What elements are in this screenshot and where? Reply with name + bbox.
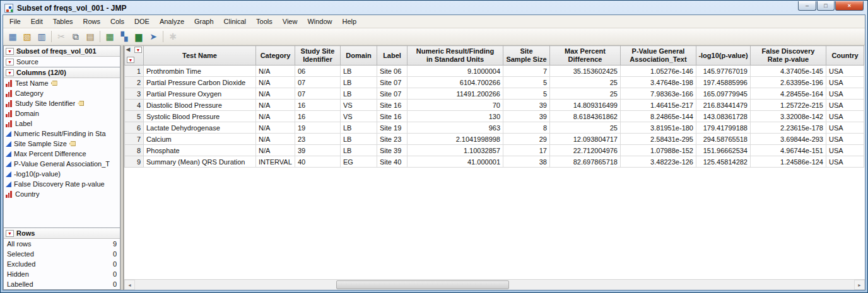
cell[interactable]: 145.97767019	[696, 66, 751, 77]
column-item-log10-p-value[interactable]: -log10(p-value)	[4, 169, 120, 179]
column-header-label[interactable]: Label	[377, 46, 408, 66]
cell[interactable]: 25	[550, 88, 621, 100]
column-header-domain[interactable]: Domain	[341, 46, 377, 66]
cell[interactable]: 16	[295, 111, 341, 122]
cell[interactable]: Site 40	[377, 156, 408, 168]
scrollbar-track[interactable]	[135, 280, 854, 290]
cell[interactable]: 125.45814282	[696, 156, 751, 168]
new-data-table-button[interactable]: ▦	[6, 30, 20, 43]
cell[interactable]: 3.48223e-126	[621, 156, 696, 168]
copy-button[interactable]: ⧉	[69, 30, 83, 43]
column-item-label[interactable]: Label	[4, 118, 120, 129]
cell[interactable]: 17	[503, 145, 550, 156]
menu-item-help[interactable]: Help	[337, 16, 362, 27]
cell[interactable]: 23	[295, 134, 341, 145]
cell[interactable]: Site 07	[377, 77, 408, 88]
cell[interactable]: 1.24586e-124	[751, 156, 826, 168]
cell[interactable]: 40	[295, 156, 341, 168]
cell[interactable]: 1.25722e-215	[751, 100, 826, 111]
cell[interactable]: 16	[295, 100, 341, 111]
cell[interactable]: 963	[408, 122, 503, 134]
cell[interactable]: N/A	[256, 145, 295, 156]
cell[interactable]: Site 07	[377, 88, 408, 100]
menu-item-doe[interactable]: DOE	[129, 16, 155, 27]
cell[interactable]: LB	[341, 122, 377, 134]
menu-item-analyze[interactable]: Analyze	[155, 16, 189, 27]
column-header-log10-p-value[interactable]: -log10(p-value)	[696, 46, 751, 66]
columns-panel-header[interactable]: ▼ Columns (12/0)	[4, 67, 120, 78]
cell[interactable]: Partial Pressure Oxygen	[144, 88, 256, 100]
cell[interactable]: N/A	[256, 66, 295, 77]
red-triangle-menu-icon[interactable]: ▼	[6, 59, 14, 66]
column-header-p-value-general-association-text[interactable]: P-Value General Association_Text	[621, 46, 696, 66]
cell[interactable]: 39	[503, 111, 550, 122]
graph-builder-button[interactable]: ▆	[132, 30, 146, 43]
column-header-false-discovery-rate-p-value[interactable]: False Discovery Rate p-value	[751, 46, 826, 66]
cell[interactable]: USA	[826, 156, 864, 168]
cell[interactable]: 41.000001	[408, 156, 503, 168]
column-item-site-sample-size[interactable]: Site Sample Size	[4, 139, 120, 149]
column-item-study-site-identifier[interactable]: Study Site Identifier	[4, 98, 120, 108]
scroll-left-button[interactable]: ◄	[124, 280, 135, 290]
cell[interactable]: 22.712004976	[550, 145, 621, 156]
column-item-country[interactable]: Country	[4, 189, 120, 199]
collapse-panel-icon[interactable]: ◀	[126, 47, 130, 52]
menu-item-clinical[interactable]: Clinical	[219, 16, 251, 27]
cell[interactable]: 6104.700266	[408, 77, 503, 88]
red-triangle-menu-icon[interactable]: ▼	[6, 48, 14, 55]
cell[interactable]: 8.24865e-144	[621, 111, 696, 122]
cell[interactable]: USA	[826, 145, 864, 156]
cell[interactable]: INTERVAL	[256, 156, 295, 168]
column-item-p-value-general-association-t[interactable]: P-Value General Association_T	[4, 159, 120, 169]
cell[interactable]: 25	[550, 77, 621, 88]
cell[interactable]: 2.23615e-178	[751, 122, 826, 134]
cell[interactable]: 9.1000004	[408, 66, 503, 77]
cell[interactable]: 35.153602425	[550, 66, 621, 77]
column-item-max-percent-difference[interactable]: Max Percent Difference	[4, 149, 120, 159]
cell[interactable]: 4.96744e-151	[751, 145, 826, 156]
column-header-study-site-identifier[interactable]: Study Site Identifier	[295, 46, 341, 66]
cell[interactable]: 2.63395e-196	[751, 77, 826, 88]
row-number[interactable]: 5	[125, 111, 144, 122]
maximize-button[interactable]: □	[817, 1, 835, 11]
cell[interactable]: 1.07988e-152	[621, 145, 696, 156]
cell[interactable]: USA	[826, 122, 864, 134]
menu-item-window[interactable]: Window	[302, 16, 337, 27]
column-header-test-name[interactable]: Test Name	[144, 46, 256, 66]
cell[interactable]: 294.58765518	[696, 134, 751, 145]
cell[interactable]: LB	[341, 77, 377, 88]
column-item-false-discovery-rate-p-value[interactable]: False Discovery Rate p-value	[4, 179, 120, 189]
red-triangle-menu-icon[interactable]: ▼	[6, 69, 14, 76]
column-header-max-percent-difference[interactable]: Max Percent Difference	[550, 46, 621, 66]
cell[interactable]: N/A	[256, 122, 295, 134]
cell[interactable]: 4.28455e-164	[751, 88, 826, 100]
cell[interactable]: 19	[295, 122, 341, 134]
cell[interactable]: Site 19	[377, 122, 408, 134]
cell[interactable]: LB	[341, 88, 377, 100]
column-header-category[interactable]: Category	[256, 46, 295, 66]
cell[interactable]: 143.08361728	[696, 111, 751, 122]
cell[interactable]: USA	[826, 77, 864, 88]
cell[interactable]: 12.093804717	[550, 134, 621, 145]
cell[interactable]: N/A	[256, 100, 295, 111]
column-item-test-name[interactable]: Test Name	[4, 78, 120, 88]
cell[interactable]: 7	[503, 66, 550, 77]
paste-button[interactable]: ▤	[83, 30, 97, 43]
red-triangle-menu-icon[interactable]: ▼	[6, 230, 14, 237]
cell[interactable]: Systolic Blood Pressure	[144, 111, 256, 122]
source-script-item[interactable]: ▼ Source	[4, 57, 120, 67]
cell[interactable]: 8	[503, 122, 550, 134]
layout-button[interactable]: ▚	[117, 30, 131, 43]
cell[interactable]: 39	[295, 145, 341, 156]
row-number[interactable]: 8	[125, 145, 144, 156]
cell[interactable]: 07	[295, 77, 341, 88]
open-button[interactable]: ▧	[20, 30, 34, 43]
columns-menu-icon[interactable]: ▼	[134, 47, 142, 53]
cell[interactable]: USA	[826, 111, 864, 122]
menu-item-tools[interactable]: Tools	[251, 16, 278, 27]
cell[interactable]: 4.37405e-145	[751, 66, 826, 77]
cell[interactable]: Site 06	[377, 66, 408, 77]
scrollbar-thumb[interactable]	[336, 280, 509, 289]
cell[interactable]: Summary (Mean) QRS Duration	[144, 156, 256, 168]
cell[interactable]: Site 39	[377, 145, 408, 156]
